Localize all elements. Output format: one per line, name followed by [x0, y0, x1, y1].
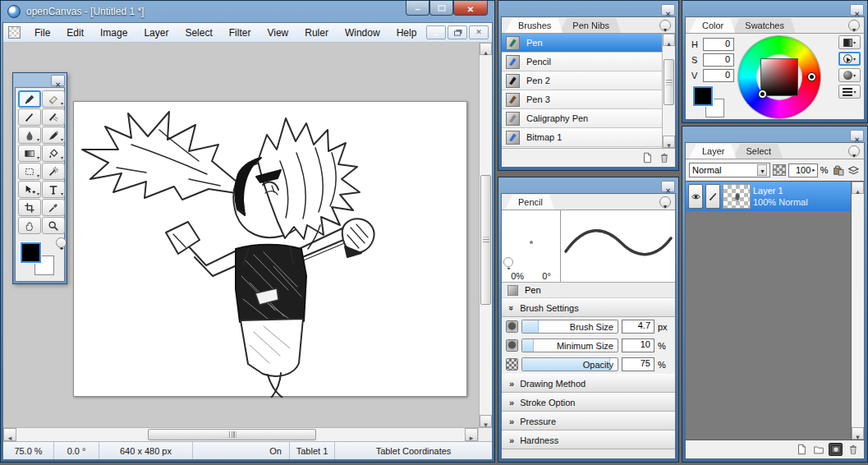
- brush-size-slider[interactable]: Brush Size: [521, 320, 618, 334]
- menu-edit[interactable]: Edit: [59, 25, 91, 41]
- hue-input[interactable]: 0: [703, 38, 734, 51]
- layer-row-layer-1[interactable]: Layer 1 100% Normal: [686, 182, 851, 211]
- menu-view[interactable]: View: [259, 25, 296, 41]
- menu-ruler[interactable]: Ruler: [297, 25, 336, 41]
- value-input[interactable]: 0: [703, 69, 734, 82]
- scroll-up-icon[interactable]: [480, 43, 492, 55]
- tool-magic-wand[interactable]: [42, 163, 65, 180]
- toolbox-close-icon[interactable]: [51, 75, 65, 86]
- layers-icon[interactable]: [847, 164, 861, 177]
- color-mode-sliders-button[interactable]: [838, 85, 861, 99]
- menu-select[interactable]: Select: [177, 25, 219, 41]
- opacity-slider[interactable]: Opacity: [521, 357, 618, 371]
- layer-list-scrollbar[interactable]: [851, 182, 864, 440]
- delete-brush-button[interactable]: [657, 151, 671, 164]
- minimize-button[interactable]: [406, 1, 429, 16]
- hscroll-thumb[interactable]: [148, 429, 316, 440]
- panel-menu-icon[interactable]: [848, 20, 860, 31]
- section-drawing-method[interactable]: Drawing Method: [502, 374, 675, 393]
- maximize-button[interactable]: [429, 1, 453, 16]
- panel-menu-icon[interactable]: [659, 196, 671, 208]
- color-panel-close-icon[interactable]: [850, 4, 864, 16]
- pencil-panel-titlebar[interactable]: [501, 180, 676, 193]
- blend-mode-select[interactable]: Normal: [689, 163, 770, 177]
- layer-mask-button[interactable]: [829, 443, 843, 456]
- tool-zoom[interactable]: [42, 217, 65, 234]
- tool-brush[interactable]: [42, 127, 65, 144]
- minimum-size-slider[interactable]: Minimum Size: [521, 338, 618, 352]
- brush-item-pen-2[interactable]: Pen 2: [502, 71, 662, 90]
- tab-color[interactable]: Color: [689, 18, 735, 33]
- tool-pen[interactable]: [18, 90, 41, 108]
- section-stroke-option[interactable]: Stroke Option: [502, 393, 675, 412]
- tool-text[interactable]: [42, 181, 65, 198]
- brush-item-pencil[interactable]: Pencil: [502, 53, 662, 71]
- drawing-canvas[interactable]: [73, 101, 467, 397]
- menu-help[interactable]: Help: [389, 25, 425, 41]
- tool-move[interactable]: [18, 181, 41, 198]
- tool-hand[interactable]: [18, 217, 41, 234]
- sv-marker-icon[interactable]: [759, 90, 766, 98]
- brushes-panel-close-icon[interactable]: [661, 4, 675, 16]
- color-wheel[interactable]: [738, 36, 820, 118]
- scroll-down-icon[interactable]: [480, 415, 492, 427]
- swap-colors-icon[interactable]: [56, 237, 67, 248]
- new-layer-button[interactable]: [794, 443, 808, 456]
- vertical-scrollbar[interactable]: [479, 43, 492, 427]
- tip-adjust-icon[interactable]: [503, 257, 513, 267]
- layer-opacity-input[interactable]: 100: [788, 163, 818, 177]
- mdi-close-button[interactable]: ✕: [469, 25, 489, 39]
- brush-settings-header[interactable]: Brush Settings: [502, 298, 675, 317]
- tool-marker[interactable]: [42, 108, 65, 126]
- layer-panel-titlebar[interactable]: [685, 129, 865, 142]
- tool-bucket[interactable]: [42, 145, 65, 162]
- scroll-up-icon[interactable]: [663, 34, 675, 46]
- opacity-value[interactable]: 75: [622, 357, 654, 371]
- scroll-right-icon[interactable]: [465, 428, 478, 441]
- brush-item-caligraphy-pen[interactable]: Caligraphy Pen: [502, 109, 662, 128]
- foreground-color-swatch[interactable]: [693, 86, 713, 106]
- scroll-up-icon[interactable]: [852, 182, 864, 194]
- layer-visibility-button[interactable]: [688, 184, 703, 209]
- brushes-panel-titlebar[interactable]: [501, 3, 676, 16]
- vscroll-track[interactable]: [480, 55, 492, 415]
- hue-marker-icon[interactable]: [808, 73, 815, 81]
- color-mode-gradient-button[interactable]: [838, 35, 861, 49]
- mdi-restore-button[interactable]: [448, 25, 467, 39]
- tool-blur[interactable]: [18, 127, 41, 144]
- tool-selection[interactable]: [18, 163, 41, 180]
- tab-pencil[interactable]: Pencil: [505, 195, 554, 209]
- menu-window[interactable]: Window: [338, 25, 388, 41]
- delete-layer-button[interactable]: [846, 443, 860, 456]
- brush-tip-preview[interactable]: 0% 0°: [502, 210, 561, 282]
- tool-gradient[interactable]: [18, 145, 41, 162]
- brush-item-pen[interactable]: Pen: [502, 34, 662, 53]
- menu-filter[interactable]: Filter: [222, 25, 259, 41]
- new-layer-folder-button[interactable]: [811, 443, 825, 456]
- menu-layer[interactable]: Layer: [136, 25, 176, 41]
- layer-thumbnail[interactable]: [723, 184, 751, 209]
- panel-menu-icon[interactable]: [659, 20, 671, 31]
- tab-layer[interactable]: Layer: [689, 144, 737, 159]
- brush-item-pen-3[interactable]: Pen 3: [502, 90, 662, 109]
- tab-pen-nibs[interactable]: Pen Nibs: [559, 18, 621, 33]
- section-pressure[interactable]: Pressure: [502, 412, 675, 430]
- tool-eraser[interactable]: [42, 90, 65, 108]
- toolbox-window[interactable]: [12, 72, 67, 284]
- tab-select[interactable]: Select: [733, 144, 783, 159]
- scroll-down-icon[interactable]: [663, 136, 675, 148]
- lock-icon[interactable]: [831, 164, 845, 177]
- color-mode-ball-button[interactable]: [838, 68, 861, 82]
- vscroll-thumb[interactable]: [480, 175, 491, 305]
- menu-file[interactable]: File: [27, 25, 57, 41]
- mdi-minimize-button[interactable]: [426, 25, 446, 39]
- close-button[interactable]: [453, 1, 488, 16]
- tab-swatches[interactable]: Swatches: [732, 18, 796, 33]
- horizontal-scrollbar[interactable]: [3, 427, 492, 441]
- new-brush-button[interactable]: [640, 151, 654, 164]
- tab-brushes[interactable]: Brushes: [505, 18, 563, 33]
- tool-pencil[interactable]: [18, 108, 41, 126]
- title-bar[interactable]: openCanvas - [Untitled 1 *]: [2, 1, 493, 22]
- layer-paint-button[interactable]: [705, 184, 720, 209]
- menu-image[interactable]: Image: [93, 25, 135, 41]
